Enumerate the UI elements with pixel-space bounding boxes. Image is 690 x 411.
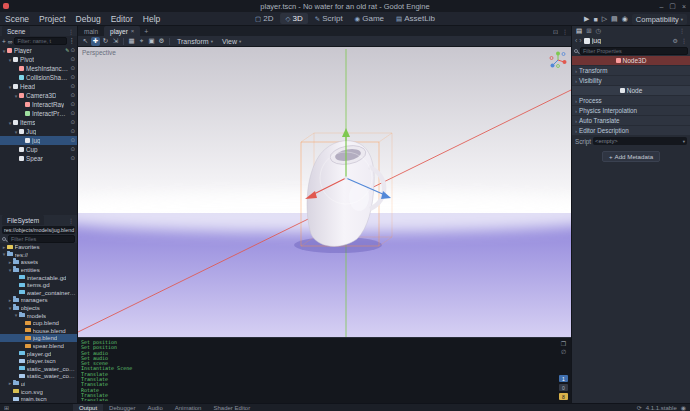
gizmo-settings-icon[interactable]: ⚙ (157, 37, 166, 46)
bottom-tab-animation[interactable]: Animation (169, 404, 208, 411)
fs-row[interactable]: icon.svg (0, 387, 77, 395)
menu-scene[interactable]: Scene (0, 14, 34, 24)
select-tool[interactable]: ↖ (81, 37, 90, 46)
tree-node-row[interactable]: CollisionShape3D⊙ (0, 73, 77, 82)
category-node3d[interactable]: Node3D (572, 56, 690, 65)
stop-icon[interactable]: ■ (593, 16, 597, 23)
renderer-select[interactable]: Compatibility▾ (632, 14, 687, 25)
menu-debug[interactable]: Debug (71, 14, 106, 24)
menu-editor[interactable]: Editor (106, 14, 138, 24)
fs-row[interactable]: house.blend (0, 327, 77, 335)
workspace-3d-button[interactable]: ◇3D (280, 13, 307, 24)
play-scene-icon[interactable]: ▷ (602, 15, 607, 23)
scene-tab-main[interactable]: main (78, 26, 104, 36)
visibility-eye-icon[interactable]: ⊙ (70, 84, 75, 90)
dock-menu-icon[interactable]: ⋮ (68, 28, 75, 35)
add-node-button[interactable]: + (2, 38, 6, 45)
fs-row[interactable]: spear.blend (0, 342, 77, 350)
section-physics-interpolation[interactable]: › Physics Interpolation (572, 106, 690, 115)
warning-count-badge[interactable]: 8 (559, 393, 568, 400)
tab-list-menu-icon[interactable]: ⋮ (562, 28, 568, 35)
bottom-tab-debugger[interactable]: Debugger (103, 404, 141, 411)
viewport-canvas[interactable] (78, 47, 571, 337)
object-menu-icon[interactable]: ⋮ (681, 37, 687, 44)
fs-row[interactable]: cup.blend (0, 319, 77, 327)
fs-row[interactable]: ▾entities (0, 266, 77, 274)
visibility-eye-icon[interactable]: ⊙ (70, 120, 75, 126)
fs-row[interactable]: static_water_container.tscn (0, 372, 77, 380)
viewport-3d[interactable]: Perspective (78, 47, 571, 337)
workspace-game-button[interactable]: ◉Game (350, 13, 389, 24)
clear-icon[interactable]: ∅ (561, 349, 566, 355)
scene-filter-input[interactable] (14, 37, 66, 45)
bottom-tab-output[interactable]: Output (73, 404, 103, 411)
visibility-eye-icon[interactable]: ⊙ (70, 138, 75, 144)
visibility-eye-icon[interactable]: ⊙ (70, 75, 75, 81)
bottom-tab-shader-editor[interactable]: Shader Editor (207, 404, 256, 411)
gizmo-center-handle[interactable] (345, 177, 348, 180)
tree-node-row[interactable]: ▾Items⊙ (0, 118, 77, 127)
transform-menu[interactable]: Transform▾ (173, 38, 217, 45)
tree-node-row[interactable]: ▾Camera3D⊙ (0, 91, 77, 100)
filesystem-filter-input[interactable] (8, 235, 75, 243)
visibility-eye-icon[interactable]: ⊙ (70, 48, 75, 54)
tab-history[interactable]: ◷ (596, 27, 602, 35)
copy-icon[interactable]: ❐ (561, 341, 566, 347)
play-custom-scene-icon[interactable]: ▤ (611, 15, 618, 23)
projection-menu[interactable]: Perspective (82, 49, 116, 56)
expand-panel-icon[interactable]: ⊡ (553, 28, 558, 35)
dock-menu-icon[interactable]: ⋮ (679, 27, 686, 34)
scene-options-icon[interactable]: ⋮ (69, 37, 76, 45)
fs-row[interactable]: player.gd (0, 349, 77, 357)
close-button[interactable]: × (682, 3, 686, 10)
section-editor-description[interactable]: › Editor Description (572, 126, 690, 135)
object-tools-icon[interactable]: ⚙ (673, 37, 678, 44)
tree-node-row[interactable]: ▾Jug⊙ (0, 127, 77, 136)
fs-row[interactable]: ▸ui (0, 380, 77, 388)
fs-row[interactable]: interactable.gd (0, 273, 77, 281)
tree-node-row[interactable]: ▾Player✎⊙ (0, 46, 77, 55)
close-icon[interactable]: × (131, 28, 135, 34)
section-process[interactable]: › Process (572, 96, 690, 105)
fs-row[interactable]: ▾models (0, 311, 77, 319)
history-back-icon[interactable]: ‹ (575, 37, 577, 44)
dock-layout-icon[interactable]: ⊞ (0, 404, 13, 411)
tab-inspector[interactable]: ▤ (576, 27, 582, 35)
snap-toggle[interactable]: ⌖ (137, 37, 146, 46)
category-node[interactable]: Node (572, 86, 690, 95)
fs-row[interactable]: water_container.gd (0, 289, 77, 297)
tree-node-row[interactable]: ▾Head⊙ (0, 82, 77, 91)
workspace-script-button[interactable]: ✎Script (310, 13, 348, 24)
fs-row-selected[interactable]: jug.blend (0, 334, 77, 342)
tab-scene[interactable]: Scene (2, 26, 30, 36)
view-menu[interactable]: View▾ (218, 38, 245, 45)
visibility-eye-icon[interactable]: ⊙ (70, 156, 75, 162)
section-visibility[interactable]: › Visibility (572, 76, 690, 85)
tab-filesystem[interactable]: FileSystem (2, 215, 44, 225)
move-tool[interactable]: ✚ (91, 37, 100, 46)
tree-node-row[interactable]: InteractRay⊙ (0, 100, 77, 109)
rotate-tool[interactable]: ↻ (101, 37, 110, 46)
section-auto-translate[interactable]: › Auto Translate (572, 116, 690, 125)
fs-row[interactable]: ▸assets (0, 258, 77, 266)
tree-node-row[interactable]: MeshInstance3D⊙ (0, 64, 77, 73)
message-count-badge[interactable]: 1 (559, 375, 568, 382)
fs-row[interactable]: items.gd (0, 281, 77, 289)
visibility-eye-icon[interactable]: ⊙ (70, 147, 75, 153)
fs-row[interactable]: ▾objects (0, 304, 77, 312)
tab-node[interactable]: ⊞ (586, 27, 591, 35)
workspace-assetlib-button[interactable]: ▤AssetLib (391, 13, 440, 24)
movie-maker-icon[interactable]: ◉ (622, 15, 628, 23)
tree-node-row-selected[interactable]: jug⊙ (0, 136, 77, 145)
fs-row[interactable]: static_water_container.gd (0, 365, 77, 373)
script-value-select[interactable]: <empty> ▾ (593, 137, 687, 145)
history-forward-icon[interactable]: › (579, 37, 581, 44)
menu-help[interactable]: Help (138, 14, 165, 24)
bottom-tab-audio[interactable]: Audio (141, 404, 168, 411)
visibility-eye-icon[interactable]: ⊙ (70, 66, 75, 72)
axis-navigation-gizmo[interactable] (549, 50, 567, 68)
script-icon[interactable]: ✎ (65, 48, 69, 53)
visibility-eye-icon[interactable]: ⊙ (70, 57, 75, 63)
menu-project[interactable]: Project (34, 14, 70, 24)
minimize-button[interactable]: – (659, 3, 663, 10)
